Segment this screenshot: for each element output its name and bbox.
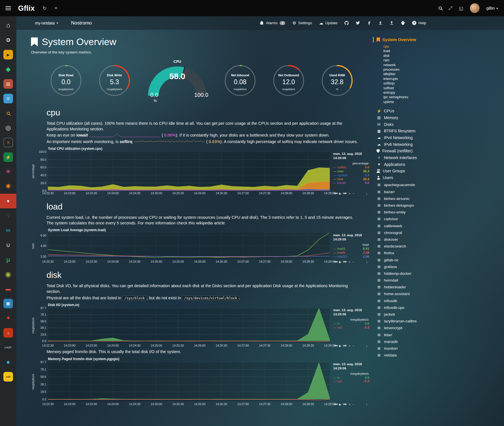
menu-item-applications[interactable]: ♥Applications: [377, 161, 504, 168]
pan-right-icon[interactable]: ▶▶: [343, 403, 347, 406]
menu-item-cadvisor[interactable]: ⊞cadvisor: [377, 216, 504, 222]
legend-item-out[interactable]: — out-5.3: [333, 326, 369, 330]
submenu-item-load[interactable]: load: [383, 49, 504, 53]
submenu-item-ram[interactable]: ram: [383, 58, 504, 63]
zoom-in-icon[interactable]: +: [349, 192, 350, 195]
legend-item-iowait[interactable]: — iowait0.0: [333, 181, 369, 185]
menu-item-user-groups[interactable]: User Groups: [377, 168, 504, 174]
play-icon[interactable]: ▶: [339, 403, 341, 406]
menu-system-overview[interactable]: System Overview: [373, 37, 504, 43]
legend-item-user[interactable]: — user35.3: [333, 169, 369, 173]
menu-item-jackett[interactable]: ⊞jackett: [377, 311, 504, 318]
sidebar-app-gitlab[interactable]: ✦: [0, 311, 16, 325]
legend-item-load5[interactable]: — load52.68: [333, 251, 369, 255]
sidebar-app-netdata[interactable]: ▼: [0, 194, 16, 208]
menu-item-influxdb[interactable]: ⊞influxdb: [377, 297, 504, 304]
chart-resize-handle[interactable]: ↕: [366, 402, 368, 406]
sidebar-app-sabnzbd[interactable]: sab: [0, 369, 16, 384]
menu-item-bazarr[interactable]: ⊞bazarr: [377, 188, 504, 195]
pan-right-icon[interactable]: ▶▶: [343, 260, 347, 264]
sidebar-app-lazylibrarian[interactable]: LAZY: [0, 340, 16, 355]
sidebar-app-15[interactable]: ▬: [0, 282, 16, 296]
chart-resize-handle[interactable]: ↕: [366, 192, 368, 196]
menu-item-ipv6-networking[interactable]: ☁IPv6 Networking: [377, 141, 504, 148]
sidebar-app-13[interactable]: µ: [0, 252, 16, 267]
github-icon[interactable]: [344, 21, 349, 25]
menu-item-binhex-airsonic[interactable]: ⊞binhex-airsonic: [377, 195, 504, 202]
zoom-out-icon[interactable]: −: [353, 403, 354, 406]
zoom-in-icon[interactable]: +: [349, 403, 350, 406]
play-icon[interactable]: ▶: [339, 260, 341, 264]
menu-item-disks[interactable]: ⛁Disks: [377, 121, 504, 128]
submenu-item-cpu[interactable]: cpu: [383, 44, 504, 49]
zoom-out-icon[interactable]: −: [353, 192, 354, 195]
menu-item-calibreweb[interactable]: ⊞calibreweb: [377, 222, 504, 229]
zoom-out-icon[interactable]: −: [353, 260, 354, 264]
hamburger-menu-button[interactable]: [0, 0, 16, 16]
sidebar-app-17[interactable]: ↓: [0, 325, 16, 340]
wikipedia-link[interactable]: wikipedia article: [196, 221, 225, 225]
chart-resize-handle[interactable]: ↕: [366, 344, 368, 348]
pan-right-icon[interactable]: ▶▶: [343, 192, 347, 195]
windows-icon[interactable]: ◱: [459, 6, 463, 11]
submenu-item-entropy[interactable]: entropy: [383, 90, 504, 95]
menu-item-btrfs-filesystem[interactable]: ▦BTRFS filesystem: [377, 128, 504, 134]
sidebar-app-9[interactable]: ✱: [0, 179, 16, 194]
update-button[interactable]: ☁ Update: [319, 21, 338, 26]
menu-item-grafana[interactable]: ⊞grafana: [377, 263, 504, 270]
zoom-in-icon[interactable]: +: [349, 260, 350, 264]
submenu-item-uptime[interactable]: uptime: [383, 100, 504, 104]
upload-icon[interactable]: [390, 21, 394, 25]
menu-item-home-assistant[interactable]: ⊞home-assistant: [377, 291, 504, 297]
twitter-icon[interactable]: [356, 21, 360, 25]
sidebar-home-icon[interactable]: ⌂: [0, 18, 16, 33]
legend-item-load1[interactable]: — load16.51: [333, 247, 369, 251]
fullscreen-icon[interactable]: ⤢: [448, 6, 452, 11]
menu-item-hddtemp-docker[interactable]: ⊞hddtemp-docker: [377, 270, 504, 277]
submenu-item-processes[interactable]: processes: [383, 67, 504, 72]
menu-item-binhex-delugevpn[interactable]: ⊞binhex-delugevpn: [377, 202, 504, 209]
user-menu[interactable]: gilbn ▾: [486, 6, 498, 10]
menu-item-hiddenloader[interactable]: ⊞hiddenloader: [377, 284, 504, 291]
sidebar-app-plex[interactable]: ▶: [0, 47, 16, 62]
sidebar-app-6[interactable]: ×: [0, 135, 16, 150]
zoom-out-icon[interactable]: −: [353, 344, 354, 348]
help-button[interactable]: ? Help: [412, 21, 426, 25]
submenu-item-interrupts[interactable]: interrupts: [383, 77, 504, 81]
menu-item-netdata[interactable]: ⊞netdata: [377, 352, 504, 359]
chart-resize-handle[interactable]: ↕: [366, 260, 368, 264]
menu-item-diskover[interactable]: ⊞diskover: [377, 236, 504, 243]
settings-button[interactable]: ⚙ Settings: [292, 21, 312, 26]
host-dropdown[interactable]: my-netdata ▾: [35, 21, 58, 25]
menu-item-cpus[interactable]: ⚡CPUs: [377, 108, 504, 114]
close-tab-icon[interactable]: ×: [55, 5, 58, 11]
legend-item-in[interactable]: — in0.0: [333, 322, 369, 326]
facebook-icon[interactable]: [367, 21, 371, 25]
submenu-item-network[interactable]: network: [383, 63, 504, 67]
sidebar-app-8[interactable]: ✳: [0, 164, 16, 179]
sidebar-app-18[interactable]: ●: [0, 355, 16, 369]
play-icon[interactable]: ▶: [339, 344, 341, 348]
legend-item-softirq[interactable]: — softirq0.0: [333, 166, 369, 169]
print-icon[interactable]: [401, 21, 405, 25]
submenu-item-ipc-semaphores[interactable]: ipc semaphores: [383, 95, 504, 99]
menu-item-letsencrypt[interactable]: ⊞letsencrypt: [377, 325, 504, 331]
sidebar-settings-icon[interactable]: ⚙: [0, 33, 16, 47]
menu-item-lazylibrarian-calibre[interactable]: ⊞lazylibrarian-calibre: [377, 318, 504, 325]
menu-item-binhex-emby[interactable]: ⊞binhex-emby: [377, 209, 504, 216]
sidebar-app-11[interactable]: ∞: [0, 223, 16, 238]
sidebar-app-4[interactable]: ≡: [0, 91, 16, 106]
menu-item-apacheguacamole[interactable]: ⊞apacheguacamole: [377, 182, 504, 188]
sidebar-app-5[interactable]: ◎: [0, 121, 16, 135]
submenu-item-softirqs[interactable]: softirqs: [383, 81, 504, 86]
zoom-in-icon[interactable]: +: [349, 344, 350, 348]
menu-item-network-interfaces[interactable]: ⌗Network Interfaces: [377, 154, 504, 161]
menu-item-elasticsearch[interactable]: ⊞elasticsearch: [377, 243, 504, 250]
legend-item-system[interactable]: — system2.3: [333, 173, 369, 177]
sidebar-app-16[interactable]: ▣: [0, 296, 16, 311]
submenu-item-disk[interactable]: disk: [383, 53, 504, 58]
legend-item-load15[interactable]: — load152.06: [333, 255, 369, 259]
menu-item-users[interactable]: Users: [377, 174, 504, 181]
submenu-item-softnet[interactable]: softnet: [383, 86, 504, 90]
menu-item-firewall-netfilter[interactable]: Firewall (netfilter): [377, 148, 504, 154]
